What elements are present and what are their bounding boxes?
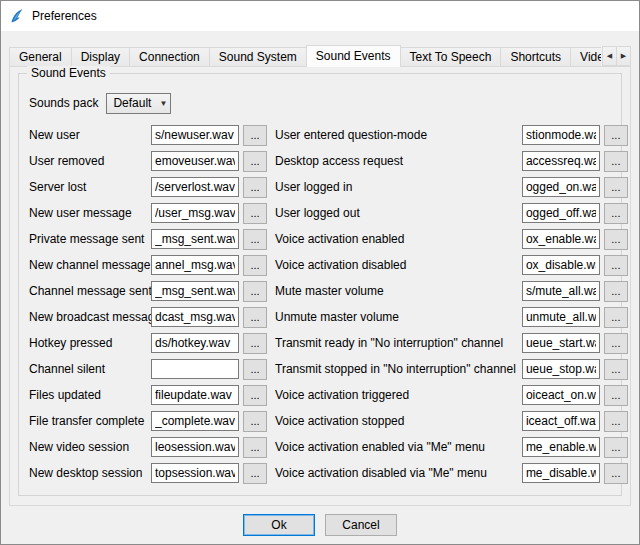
sound-file-input[interactable] <box>151 151 239 171</box>
sound-file-input[interactable] <box>522 385 600 405</box>
sound-event-row: Voice activation disabled ... <box>275 252 628 278</box>
ok-button[interactable]: Ok <box>243 514 315 536</box>
sound-file-input[interactable] <box>151 385 239 405</box>
sounds-pack-combobox[interactable]: Default ▼ <box>106 93 171 114</box>
tab-sound-system[interactable]: Sound System <box>209 47 307 66</box>
sound-event-row: Transmit ready in "No interruption" chan… <box>275 330 628 356</box>
sound-file-input[interactable] <box>522 151 600 171</box>
sound-file-input[interactable] <box>522 203 600 223</box>
browse-button[interactable]: ... <box>243 125 267 146</box>
tab-text-to-speech[interactable]: Text To Speech <box>400 47 502 66</box>
sound-file-input[interactable] <box>151 307 239 327</box>
sound-file-input[interactable] <box>522 333 600 353</box>
sound-file-input[interactable] <box>151 463 239 483</box>
sound-event-row: Voice activation enabled ... <box>275 226 628 252</box>
sound-file-input[interactable] <box>522 255 600 275</box>
sound-file-input[interactable] <box>151 437 239 457</box>
cancel-button[interactable]: Cancel <box>325 514 397 536</box>
browse-button[interactable]: ... <box>604 359 628 380</box>
browse-button[interactable]: ... <box>243 359 267 380</box>
sounds-pack-value: Default <box>113 96 151 110</box>
browse-button[interactable]: ... <box>243 437 267 458</box>
tab-scroll-right-button[interactable]: ▶ <box>616 46 631 66</box>
sound-file-input[interactable] <box>151 177 239 197</box>
tab-display[interactable]: Display <box>71 47 130 66</box>
sound-file-input[interactable] <box>151 359 239 379</box>
browse-button[interactable]: ... <box>604 437 628 458</box>
browse-button[interactable]: ... <box>604 229 628 250</box>
tabbar: GeneralDisplayConnectionSound SystemSoun… <box>9 45 631 67</box>
browse-button[interactable]: ... <box>604 411 628 432</box>
tab-label: Sound System <box>219 50 297 64</box>
tab-video[interactable]: Video <box>570 47 601 66</box>
sound-event-row: Voice activation stopped ... <box>275 408 628 434</box>
browse-button[interactable]: ... <box>243 177 267 198</box>
events-grid: New user ... User removed ... Server los… <box>29 122 611 486</box>
browse-button[interactable]: ... <box>604 125 628 146</box>
browse-button[interactable]: ... <box>243 203 267 224</box>
sound-event-row: Channel silent ... <box>29 356 267 382</box>
browse-button[interactable]: ... <box>604 151 628 172</box>
sound-file-input[interactable] <box>522 359 600 379</box>
sound-file-input[interactable] <box>151 255 239 275</box>
sound-event-label: File transfer complete <box>29 414 151 428</box>
tab-label: General <box>19 50 62 64</box>
sound-event-row: New desktop session ... <box>29 460 267 486</box>
sound-file-input[interactable] <box>522 437 600 457</box>
tab-connection[interactable]: Connection <box>129 47 210 66</box>
browse-button[interactable]: ... <box>604 255 628 276</box>
footer: Ok Cancel <box>9 514 631 536</box>
sound-file-input[interactable] <box>522 281 600 301</box>
sound-file-input[interactable] <box>522 411 600 431</box>
sound-event-label: User logged in <box>275 180 522 194</box>
sound-file-input[interactable] <box>151 411 239 431</box>
browse-button[interactable]: ... <box>604 177 628 198</box>
sound-file-input[interactable] <box>522 463 600 483</box>
tab-general[interactable]: General <box>9 47 72 66</box>
sound-file-input[interactable] <box>522 177 600 197</box>
sound-file-input[interactable] <box>522 125 600 145</box>
sound-event-label: New user message <box>29 206 151 220</box>
browse-button[interactable]: ... <box>604 333 628 354</box>
browse-button[interactable]: ... <box>604 463 628 484</box>
browse-button[interactable]: ... <box>243 411 267 432</box>
sound-event-row: Channel message sent ... <box>29 278 267 304</box>
events-column-left: New user ... User removed ... Server los… <box>29 122 267 486</box>
sound-event-row: New broadcast message ... <box>29 304 267 330</box>
sound-file-input[interactable] <box>522 229 600 249</box>
sounds-pack-label: Sounds pack <box>29 96 98 110</box>
browse-button[interactable]: ... <box>243 229 267 250</box>
sound-event-label: New video session <box>29 440 151 454</box>
sound-event-label: Voice activation disabled via "Me" menu <box>275 466 522 480</box>
tab-label: Display <box>81 50 120 64</box>
sound-event-row: New user message ... <box>29 200 267 226</box>
preferences-dialog: Preferences GeneralDisplayConnectionSoun… <box>0 0 640 545</box>
sound-file-input[interactable] <box>151 125 239 145</box>
browse-button[interactable]: ... <box>243 463 267 484</box>
browse-button[interactable]: ... <box>243 151 267 172</box>
tab-sound-events[interactable]: Sound Events <box>306 45 401 67</box>
tab-scroll-left-button[interactable]: ◀ <box>602 46 617 66</box>
sound-file-input[interactable] <box>522 307 600 327</box>
sound-event-row: Unmute master volume ... <box>275 304 628 330</box>
browse-button[interactable]: ... <box>604 385 628 406</box>
browse-button[interactable]: ... <box>243 385 267 406</box>
browse-button[interactable]: ... <box>604 281 628 302</box>
sound-file-input[interactable] <box>151 203 239 223</box>
browse-button[interactable]: ... <box>604 307 628 328</box>
sound-event-row: Files updated ... <box>29 382 267 408</box>
sound-file-input[interactable] <box>151 333 239 353</box>
sound-event-label: Transmit ready in "No interruption" chan… <box>275 336 522 350</box>
browse-button[interactable]: ... <box>243 281 267 302</box>
browse-button[interactable]: ... <box>243 333 267 354</box>
tab-shortcuts[interactable]: Shortcuts <box>500 47 571 66</box>
sound-event-label: Voice activation disabled <box>275 258 522 272</box>
browse-button[interactable]: ... <box>604 203 628 224</box>
browse-button[interactable]: ... <box>243 307 267 328</box>
sound-file-input[interactable] <box>151 229 239 249</box>
sound-event-label: Files updated <box>29 388 151 402</box>
sound-event-label: Mute master volume <box>275 284 522 298</box>
browse-button[interactable]: ... <box>243 255 267 276</box>
sound-event-label: User entered question-mode <box>275 128 522 142</box>
sound-file-input[interactable] <box>151 281 239 301</box>
